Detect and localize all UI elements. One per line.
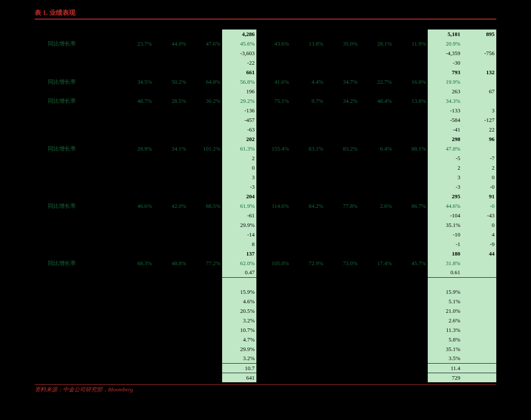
cell [119, 335, 154, 345]
growth-row: 同比增长率68.3%48.8%77.2%62.0%105.0%72.9%73.0… [35, 259, 496, 268]
cell [188, 335, 222, 345]
cell: 43.6% [256, 39, 291, 49]
cell: 28.1% [359, 39, 393, 49]
cell [119, 135, 154, 144]
col-header: 3Q05 [256, 19, 291, 30]
cell [256, 306, 291, 316]
data-row: 4,2865,181895 [35, 30, 496, 39]
cell [359, 335, 393, 345]
cell [325, 135, 359, 144]
row-label: 同比增长率 [35, 77, 119, 87]
cell [462, 325, 496, 335]
cell [393, 249, 428, 259]
cell [154, 135, 188, 144]
cell [359, 345, 393, 354]
cell [393, 325, 428, 335]
cell [325, 211, 359, 220]
cell: 2.6% [359, 201, 393, 211]
cell [359, 278, 393, 287]
cell: 20.5% [222, 306, 256, 316]
cell: 132 [462, 68, 496, 77]
data-row: 3.2%2.6% [35, 316, 496, 325]
cell: 41.6% [256, 77, 291, 87]
cell: -584 [428, 115, 462, 125]
cell [291, 87, 325, 96]
cell: 30.2% [188, 96, 222, 106]
cell [154, 115, 188, 125]
table-header: 百万元20041Q052Q051H053Q054Q0520051Q062Q061… [35, 19, 496, 30]
cell: 83.2% [325, 144, 359, 154]
cell [291, 49, 325, 58]
cell: 2 [428, 163, 462, 173]
table-body: 4,2865,181895同比增长率23.7%44.0%47.6%45.6%43… [35, 30, 496, 383]
cell [291, 364, 325, 373]
cell: 19.9% [428, 77, 462, 87]
cell: 22.7% [359, 77, 393, 87]
cell [291, 135, 325, 144]
cell [188, 325, 222, 335]
cell [359, 192, 393, 201]
cell [291, 211, 325, 220]
cell [188, 154, 222, 163]
cell [256, 58, 291, 68]
cell: 88.5% [188, 201, 222, 211]
cell [359, 115, 393, 125]
cell [291, 354, 325, 364]
col-header: 2Q05 [188, 19, 222, 30]
cell: 73.0% [325, 259, 359, 268]
cell [393, 182, 428, 192]
cell [291, 325, 325, 335]
cell: 34.1% [154, 144, 188, 154]
cell [154, 306, 188, 316]
cell [462, 39, 496, 49]
cell [119, 364, 154, 373]
cell [325, 163, 359, 173]
row-label: 同比增长率 [35, 259, 119, 268]
cell: 641 [222, 373, 256, 383]
row-label [35, 125, 119, 135]
cell [325, 306, 359, 316]
cell [188, 249, 222, 259]
cell: -3,603 [222, 49, 256, 58]
cell: 47.6% [188, 39, 222, 49]
data-row: 330 [35, 173, 496, 182]
data-row: 20429591 [35, 192, 496, 201]
cell: 44.0% [154, 39, 188, 49]
cell [119, 249, 154, 259]
cell [359, 364, 393, 373]
row-label [35, 345, 119, 354]
cell [256, 230, 291, 240]
cell: -127 [462, 115, 496, 125]
cell [359, 163, 393, 173]
cell: 44 [462, 249, 496, 259]
cell: 20.9% [428, 39, 462, 49]
cell [393, 354, 428, 364]
cell [154, 278, 188, 287]
cell [291, 316, 325, 325]
cell [325, 373, 359, 383]
growth-row: 同比增长率34.5%50.2%64.8%56.8%41.6%4.4%34.7%2… [35, 77, 496, 87]
col-header: 百万元 [35, 19, 119, 30]
cell [462, 58, 496, 68]
cell [256, 278, 291, 287]
cell [119, 163, 154, 173]
cell [325, 335, 359, 345]
cell: 84.2% [291, 201, 325, 211]
cell [393, 364, 428, 373]
cell [188, 173, 222, 182]
cell: 28.9% [119, 144, 154, 154]
cell [325, 30, 359, 39]
cell: 45.6% [222, 39, 256, 49]
cell [119, 240, 154, 249]
cell: 77.8% [325, 201, 359, 211]
cell [256, 115, 291, 125]
data-row: 4.7%5.8% [35, 335, 496, 345]
cell [359, 240, 393, 249]
cell [222, 278, 256, 287]
cell: 155.4% [256, 144, 291, 154]
cell [256, 68, 291, 77]
cell: -3 [428, 182, 462, 192]
data-row: 2-5-7 [35, 154, 496, 163]
cell: 2 [462, 163, 496, 173]
cell [119, 87, 154, 96]
